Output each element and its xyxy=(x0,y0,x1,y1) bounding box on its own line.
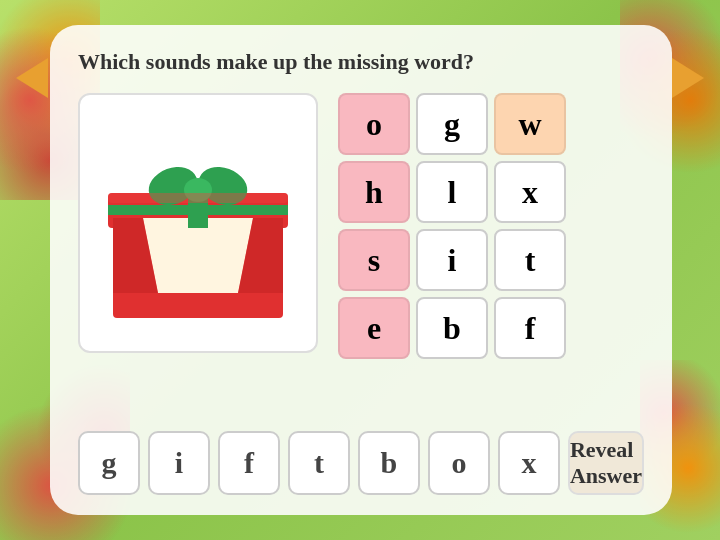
grid-cell-2-0[interactable]: s xyxy=(338,229,410,291)
svg-rect-4 xyxy=(108,205,288,215)
grid-row-1: h l x xyxy=(338,161,566,223)
content-area: o g w h l x s i t e b f xyxy=(78,93,644,417)
grid-cell-0-1[interactable]: g xyxy=(416,93,488,155)
nav-left-button[interactable] xyxy=(12,58,52,98)
grid-row-2: s i t xyxy=(338,229,566,291)
grid-cell-1-0[interactable]: h xyxy=(338,161,410,223)
letter-grid-container: o g w h l x s i t e b f xyxy=(338,93,566,417)
svg-marker-2 xyxy=(143,218,253,293)
bottom-row: g i f t b o x Reveal Answer xyxy=(78,431,644,495)
grid-cell-3-0[interactable]: e xyxy=(338,297,410,359)
bottom-letter-x[interactable]: x xyxy=(498,431,560,495)
bottom-letter-t[interactable]: t xyxy=(288,431,350,495)
bottom-letter-i[interactable]: i xyxy=(148,431,210,495)
image-box xyxy=(78,93,318,353)
grid-cell-3-2[interactable]: f xyxy=(494,297,566,359)
main-card: Which sounds make up the missing word? xyxy=(50,25,672,515)
left-arrow-icon xyxy=(16,58,48,98)
grid-cell-1-1[interactable]: l xyxy=(416,161,488,223)
grid-cell-2-1[interactable]: i xyxy=(416,229,488,291)
nav-right-button[interactable] xyxy=(668,58,708,98)
grid-cell-1-2[interactable]: x xyxy=(494,161,566,223)
grid-row-0: o g w xyxy=(338,93,566,155)
question-text: Which sounds make up the missing word? xyxy=(78,49,644,75)
right-arrow-icon xyxy=(672,58,704,98)
gift-image xyxy=(93,108,303,338)
grid-row-3: e b f xyxy=(338,297,566,359)
svg-rect-10 xyxy=(108,193,288,203)
bottom-letter-g[interactable]: g xyxy=(78,431,140,495)
grid-cell-0-0[interactable]: o xyxy=(338,93,410,155)
reveal-answer-button[interactable]: Reveal Answer xyxy=(568,431,644,495)
grid-cell-0-2[interactable]: w xyxy=(494,93,566,155)
bottom-letter-b[interactable]: b xyxy=(358,431,420,495)
grid-cell-3-1[interactable]: b xyxy=(416,297,488,359)
bottom-letter-o[interactable]: o xyxy=(428,431,490,495)
grid-cell-2-2[interactable]: t xyxy=(494,229,566,291)
bottom-letter-f[interactable]: f xyxy=(218,431,280,495)
